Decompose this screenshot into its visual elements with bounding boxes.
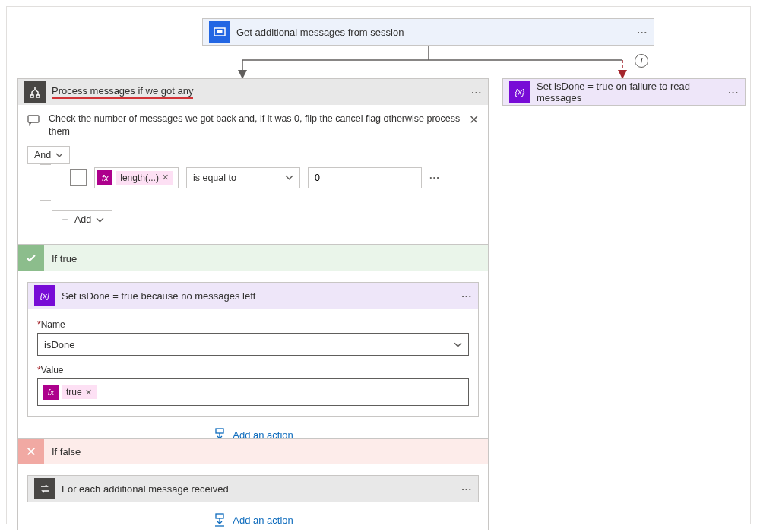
logic-operator-select[interactable]: And (27, 146, 70, 164)
failure-set-variable-card[interactable]: {x} Set isDone = true on failure to read… (502, 78, 746, 106)
card-menu-button[interactable]: ··· (471, 87, 482, 98)
variable-name-select[interactable]: isDone (37, 333, 469, 356)
branch-label: If true (52, 253, 77, 264)
card-menu-button[interactable]: ··· (637, 27, 648, 38)
loop-icon (34, 478, 55, 499)
condition-body: Check the number of messages we got back… (18, 105, 488, 244)
svg-rect-1 (217, 30, 223, 33)
fx-icon: fx (97, 170, 112, 185)
fx-icon: fx (43, 385, 59, 400)
svg-rect-6 (216, 429, 223, 433)
card-title: Set isDone = true because no messages le… (62, 290, 455, 302)
condition-branch-icon (24, 81, 46, 103)
comment-icon (27, 114, 41, 128)
rule-value-input[interactable] (308, 167, 422, 188)
variable-value-input[interactable]: fx true ✕ (37, 378, 469, 406)
rule-checkbox[interactable] (70, 169, 87, 186)
rule-menu-button[interactable]: ··· (429, 172, 440, 183)
variable-icon: {x} (34, 285, 55, 306)
card-title: Get additional messages from session (236, 27, 631, 38)
insert-step-icon (213, 513, 226, 527)
condition-card[interactable]: Process messages if we got any ··· Check… (17, 78, 489, 245)
get-messages-card[interactable]: Get additional messages from session ··· (202, 18, 654, 46)
rule-operator-select[interactable]: is equal to (186, 167, 300, 188)
check-icon (18, 245, 44, 271)
svg-rect-4 (28, 116, 39, 122)
flow-canvas: i Get additional messages from session ·… (6, 6, 751, 524)
plus-icon: ＋ (60, 214, 70, 226)
chevron-down-icon (454, 340, 462, 349)
action-body: *Name isDone *Value fx true ✕ (28, 309, 478, 416)
chevron-down-icon (96, 216, 104, 224)
svg-rect-7 (216, 514, 223, 518)
service-bus-icon (209, 21, 230, 43)
chevron-down-icon (55, 151, 63, 159)
condition-description: Check the number of messages we got back… (49, 112, 461, 138)
remove-token-icon[interactable]: ✕ (85, 388, 92, 397)
cross-icon (18, 439, 44, 464)
remove-token-icon[interactable]: ✕ (162, 173, 169, 182)
card-title: For each additional message received (62, 483, 455, 495)
svg-rect-3 (36, 95, 40, 97)
close-icon[interactable]: ✕ (469, 112, 479, 127)
rule-left-operand[interactable]: fx length(...) ✕ (94, 167, 179, 188)
chevron-down-icon (285, 173, 293, 182)
value-label: *Value (37, 365, 469, 375)
svg-text:{x}: {x} (40, 291, 50, 300)
branch-label: If false (52, 446, 81, 458)
card-title: Process messages if we got any (52, 85, 465, 99)
if-false-branch: If false For each additional message rec… (17, 438, 489, 530)
card-menu-button[interactable]: ··· (728, 87, 739, 98)
card-menu-button[interactable]: ··· (461, 483, 472, 495)
card-title: Set isDone = true on failure to read mes… (537, 81, 722, 103)
svg-rect-2 (30, 95, 33, 97)
info-icon[interactable]: i (635, 54, 648, 68)
rule-connector (40, 164, 55, 201)
variable-icon: {x} (509, 81, 530, 103)
if-true-branch: If true {x} Set isDone = true because no… (17, 245, 489, 451)
add-rule-button[interactable]: ＋ Add (52, 210, 112, 230)
name-label: *Name (37, 319, 469, 330)
foreach-loop-card[interactable]: For each additional message received ··· (27, 475, 479, 502)
set-variable-card[interactable]: {x} Set isDone = true because no message… (27, 282, 479, 417)
add-action-button[interactable]: Add an action (27, 513, 479, 527)
svg-text:{x}: {x} (515, 87, 525, 97)
card-menu-button[interactable]: ··· (461, 290, 472, 302)
condition-rule-row: fx length(...) ✕ is equal to ··· (70, 167, 440, 188)
